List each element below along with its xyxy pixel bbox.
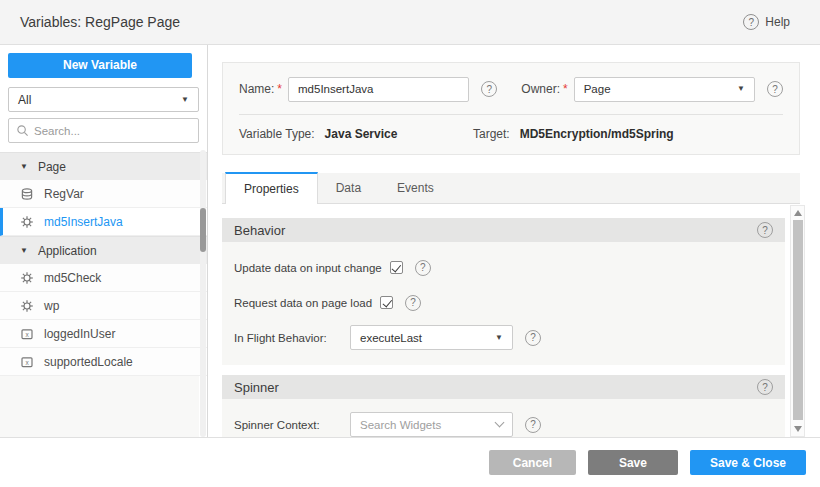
content-scrollbar-thumb[interactable]: [793, 220, 803, 420]
update-data-checkbox[interactable]: [390, 261, 403, 274]
property-help-icon[interactable]: ?: [415, 260, 431, 276]
model-variable-icon: x: [20, 327, 34, 341]
variable-type-label: Variable Type:: [239, 127, 315, 141]
owner-value: Page: [584, 83, 611, 95]
spinner-section-header: Spinner ?: [222, 375, 785, 399]
owner-help-icon[interactable]: ?: [767, 81, 783, 97]
behavior-section-body: Update data on input change ? Request da…: [222, 242, 785, 365]
help-icon: ?: [743, 14, 759, 30]
svg-text:x: x: [25, 330, 29, 337]
required-marker: *: [563, 82, 568, 96]
spinner-help-icon[interactable]: ?: [757, 379, 773, 395]
variable-detail-panel: Name: * ? Owner: * Page ▼ ? Variable Typ…: [208, 45, 820, 437]
database-variable-icon: [20, 187, 34, 201]
tree-group-label: Page: [38, 160, 66, 174]
behavior-section-header: Behavior ?: [222, 218, 785, 242]
new-variable-button[interactable]: New Variable: [8, 53, 192, 78]
tree-item-label: loggedInUser: [44, 327, 115, 341]
variables-dialog: Variables: RegPage Page ? Help New Varia…: [0, 0, 820, 487]
help-link[interactable]: ? Help: [743, 14, 790, 30]
tree-group-application[interactable]: ▼ Application: [0, 236, 207, 264]
spinner-context-placeholder: Search Widgets: [360, 419, 441, 431]
scroll-up-arrow-icon[interactable]: [794, 210, 802, 216]
in-flight-behavior-row: In Flight Behavior: executeLast ▼ ?: [234, 320, 773, 355]
content-scrollbar[interactable]: [790, 205, 805, 437]
request-data-on-page-load-row: Request data on page load ?: [234, 285, 773, 320]
variables-tree: ▼ Page RegVar md5Inser: [0, 152, 207, 376]
dialog-footer: Cancel Save Save & Close: [0, 437, 820, 487]
target-value: MD5Encryption/md5Spring: [520, 127, 674, 141]
dialog-header: Variables: RegPage Page ? Help: [0, 0, 820, 45]
property-help-icon[interactable]: ?: [405, 295, 421, 311]
tab-label: Data: [336, 181, 361, 195]
model-variable-icon: x: [20, 355, 34, 369]
behavior-section: Behavior ? Update data on input change ?…: [222, 218, 785, 365]
owner-select[interactable]: Page ▼: [574, 77, 755, 102]
property-help-icon[interactable]: ?: [525, 417, 541, 433]
sidebar-scrollbar-thumb[interactable]: [200, 208, 206, 252]
help-label: Help: [765, 15, 790, 29]
service-variable-icon: [20, 215, 34, 229]
tree-item-md5check[interactable]: md5Check: [0, 264, 207, 292]
tree-item-md5insertjava[interactable]: md5InsertJava: [0, 208, 207, 236]
tab-data[interactable]: Data: [318, 172, 379, 203]
property-label: In Flight Behavior:: [234, 332, 350, 344]
caret-down-icon: ▼: [181, 96, 189, 104]
tree-group-page[interactable]: ▼ Page: [0, 152, 207, 180]
spinner-section: Spinner ? Spinner Context: Search Widget…: [222, 375, 785, 437]
tab-label: Properties: [244, 182, 299, 196]
collapse-arrow-icon: ▼: [20, 163, 28, 171]
spinner-section-title: Spinner: [234, 380, 279, 395]
search-input[interactable]: [34, 125, 191, 137]
tree-item-label: supportedLocale: [44, 355, 133, 369]
name-help-icon[interactable]: ?: [481, 81, 497, 97]
scroll-down-arrow-icon[interactable]: [794, 426, 802, 432]
request-data-checkbox[interactable]: [380, 296, 393, 309]
save-and-close-button[interactable]: Save & Close: [690, 450, 806, 475]
variable-filter-value: All: [18, 93, 31, 107]
tab-events[interactable]: Events: [379, 172, 452, 203]
variable-filter-select[interactable]: All ▼: [8, 87, 199, 112]
tree-item-regvar[interactable]: RegVar: [0, 180, 207, 208]
spinner-context-combobox[interactable]: Search Widgets: [350, 412, 513, 437]
variables-sidebar: New Variable All ▼ ▼ Page: [0, 45, 208, 437]
update-data-on-input-change-row: Update data on input change ?: [234, 250, 773, 285]
behavior-help-icon[interactable]: ?: [757, 222, 773, 238]
cancel-button[interactable]: Cancel: [489, 450, 576, 475]
svg-text:x: x: [25, 358, 29, 365]
spinner-context-row: Spinner Context: Search Widgets ?: [234, 407, 773, 437]
name-owner-row: Name: * ? Owner: * Page ▼ ?: [223, 66, 799, 112]
save-button[interactable]: Save: [588, 450, 678, 475]
type-target-row: Variable Type: Java Service Target: MD5E…: [223, 115, 799, 153]
spinner-section-body: Spinner Context: Search Widgets ?: [222, 399, 785, 437]
variable-search[interactable]: [8, 118, 199, 143]
chevron-down-icon: [495, 418, 505, 428]
service-variable-icon: [20, 271, 34, 285]
target-label: Target:: [473, 127, 510, 141]
tree-item-label: md5InsertJava: [44, 215, 123, 229]
in-flight-behavior-select[interactable]: executeLast ▼: [350, 325, 513, 350]
tree-item-label: wp: [44, 299, 59, 313]
tree-item-wp[interactable]: wp: [0, 292, 207, 320]
tab-label: Events: [397, 181, 434, 195]
collapse-arrow-icon: ▼: [20, 247, 28, 255]
property-label: Request data on page load: [234, 297, 372, 309]
tree-item-label: md5Check: [44, 271, 101, 285]
detail-tabs: Properties Data Events: [222, 173, 800, 204]
tree-group-label: Application: [38, 244, 97, 258]
property-label: Spinner Context:: [234, 419, 350, 431]
owner-label: Owner:: [521, 82, 560, 96]
page-title: Variables: RegPage Page: [20, 14, 180, 30]
sidebar-scrollbar[interactable]: [200, 150, 206, 437]
caret-down-icon: ▼: [737, 85, 745, 93]
tree-item-supportedlocale[interactable]: x supportedLocale: [0, 348, 207, 376]
property-help-icon[interactable]: ?: [525, 330, 541, 346]
property-label: Update data on input change: [234, 262, 382, 274]
tree-item-loggedinuser[interactable]: x loggedInUser: [0, 320, 207, 348]
sidebar-empty-area: [0, 376, 199, 437]
in-flight-behavior-value: executeLast: [360, 332, 422, 344]
caret-down-icon: ▼: [495, 334, 503, 342]
tab-properties[interactable]: Properties: [225, 172, 318, 204]
name-label: Name:: [239, 82, 274, 96]
name-input[interactable]: [288, 77, 469, 102]
